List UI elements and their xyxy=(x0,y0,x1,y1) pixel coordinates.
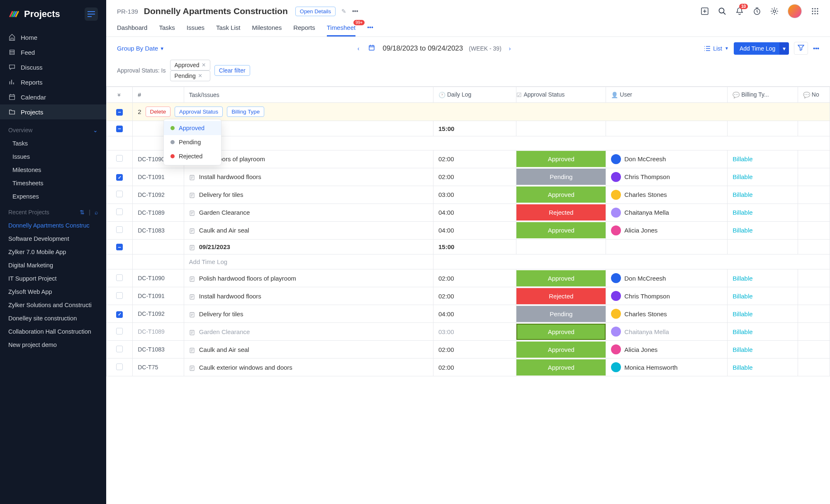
row-checkbox[interactable] xyxy=(116,208,123,215)
more-tabs[interactable]: ••• xyxy=(367,22,373,36)
open-details-button[interactable]: Open Details xyxy=(295,7,336,16)
status-cell[interactable]: Approved xyxy=(516,150,606,168)
user-cell[interactable]: Chris Thompson xyxy=(606,168,728,186)
user-cell[interactable]: Charles Stones xyxy=(606,186,728,204)
add-time-log-split[interactable]: ▾ xyxy=(779,42,789,55)
remove-chip-icon[interactable]: × xyxy=(198,73,202,79)
nav-projects[interactable]: Projects xyxy=(0,104,106,119)
status-cell[interactable]: Approved xyxy=(516,186,606,204)
more-options-icon[interactable]: ••• xyxy=(813,45,819,52)
col-billing[interactable]: 💬Billing Ty... xyxy=(728,87,798,103)
nav-reports[interactable]: Reports xyxy=(0,75,106,90)
row-checkbox[interactable] xyxy=(116,174,123,181)
billing-cell[interactable]: Billable xyxy=(728,323,798,341)
row-checkbox[interactable] xyxy=(116,226,123,233)
task-cell[interactable]: Caulk and Air seal xyxy=(184,221,433,239)
status-cell[interactable]: Approved xyxy=(516,359,606,376)
delete-button[interactable]: Delete xyxy=(146,107,171,117)
dropdown-option-approved[interactable]: Approved xyxy=(164,121,221,135)
tab-milestones[interactable]: Milestones xyxy=(252,22,282,36)
overview-milestones[interactable]: Milestones xyxy=(0,163,106,177)
recent-project-item[interactable]: New project demo xyxy=(0,338,106,351)
filter-button[interactable] xyxy=(794,42,808,55)
edit-icon[interactable]: ✎ xyxy=(341,8,346,15)
row-checkbox[interactable] xyxy=(116,292,123,299)
overview-issues[interactable]: Issues xyxy=(0,150,106,163)
billing-cell[interactable]: Billable xyxy=(728,221,798,239)
col-number[interactable]: # xyxy=(133,87,184,103)
row-checkbox[interactable] xyxy=(116,328,123,334)
clear-filter-button[interactable]: Clear filter xyxy=(214,65,250,76)
nav-discuss[interactable]: Discuss xyxy=(0,60,106,75)
col-task[interactable]: Task/Issues xyxy=(184,87,433,103)
billing-type-button[interactable]: Billing Type xyxy=(227,107,264,117)
status-cell[interactable]: Rejected xyxy=(516,287,606,305)
task-cell[interactable]: Delivery for tiles xyxy=(184,305,433,323)
row-checkbox[interactable] xyxy=(116,311,123,318)
recent-project-item[interactable]: Software Development xyxy=(0,232,106,245)
task-cell[interactable]: Polish hardwood floors of playroom xyxy=(184,269,433,287)
add-time-log-button[interactable]: Add Time Log xyxy=(734,42,781,55)
status-cell[interactable]: Pending xyxy=(516,168,606,186)
more-icon[interactable]: ••• xyxy=(352,8,358,15)
billing-cell[interactable]: Billable xyxy=(728,204,798,221)
recent-project-item[interactable]: IT Support Project xyxy=(0,272,106,285)
row-checkbox[interactable] xyxy=(116,274,123,281)
dropdown-option-pending[interactable]: Pending xyxy=(164,135,221,149)
view-toggle[interactable]: List ▼ xyxy=(704,45,729,52)
recent-project-item[interactable]: Zylker 7.0 Mobile App xyxy=(0,245,106,259)
billing-cell[interactable]: Billable xyxy=(728,359,798,376)
recent-project-item[interactable]: Donnelly Apartments Construc xyxy=(0,219,106,232)
user-cell[interactable]: Charles Stones xyxy=(606,305,728,323)
user-cell[interactable]: Chris Thompson xyxy=(606,287,728,305)
status-cell[interactable]: Pending xyxy=(516,305,606,323)
col-daily-log[interactable]: 🕐Daily Log xyxy=(433,87,516,103)
recent-project-item[interactable]: Zylker Solutions and Constructi xyxy=(0,298,106,312)
recent-project-item[interactable]: Digital Marketing xyxy=(0,259,106,272)
col-notes[interactable]: 💬No xyxy=(798,87,830,103)
task-cell[interactable]: Install hardwood floors xyxy=(184,287,433,305)
recent-project-item[interactable]: Zylsoft Web App xyxy=(0,285,106,298)
prev-week-button[interactable]: ‹ xyxy=(356,44,361,53)
collapse-group-button[interactable] xyxy=(116,244,123,250)
nav-calendar[interactable]: Calendar xyxy=(0,90,106,104)
filter-icon[interactable]: ⇅ xyxy=(80,209,85,216)
col-approval[interactable]: ☑Approval Status xyxy=(516,87,606,103)
billing-cell[interactable]: Billable xyxy=(728,305,798,323)
user-cell[interactable]: Chaitanya Mella xyxy=(606,323,728,341)
row-checkbox[interactable] xyxy=(116,346,123,352)
task-cell[interactable]: Caulk and Air seal xyxy=(184,341,433,359)
menu-toggle[interactable] xyxy=(85,7,98,21)
calendar-picker-button[interactable] xyxy=(367,43,377,54)
search-icon[interactable]: ⌕ xyxy=(95,209,98,216)
expand-all-header[interactable]: » xyxy=(107,87,133,103)
overview-heading[interactable]: Overview ⌄ xyxy=(0,121,106,137)
timer-icon[interactable] xyxy=(753,7,761,15)
status-cell[interactable]: Approved xyxy=(516,269,606,287)
user-avatar[interactable] xyxy=(788,4,802,18)
billing-cell[interactable]: Billable xyxy=(728,341,798,359)
group-by-dropdown[interactable]: Group By Date ▼ xyxy=(117,45,164,52)
user-cell[interactable]: Chaitanya Mella xyxy=(606,204,728,221)
overview-expenses[interactable]: Expenses xyxy=(0,190,106,203)
status-cell[interactable]: Approved xyxy=(516,341,606,359)
user-cell[interactable]: Don McCreesh xyxy=(606,150,728,168)
billing-cell[interactable]: Billable xyxy=(728,269,798,287)
tab-issues[interactable]: Issues xyxy=(187,22,204,36)
remove-chip-icon[interactable]: × xyxy=(202,62,205,68)
add-log-row[interactable]: Add Time Log xyxy=(107,254,830,269)
next-week-button[interactable]: › xyxy=(507,44,513,53)
user-cell[interactable]: Alicia Jones xyxy=(606,221,728,239)
overview-timesheets[interactable]: Timesheets xyxy=(0,177,106,190)
billing-cell[interactable]: Billable xyxy=(728,150,798,168)
billing-cell[interactable]: Billable xyxy=(728,186,798,204)
tab-tasks[interactable]: Tasks xyxy=(159,22,175,36)
recent-project-item[interactable]: Collaboration Hall Construction xyxy=(0,325,106,338)
row-checkbox[interactable] xyxy=(116,155,123,162)
gear-icon[interactable] xyxy=(770,7,779,15)
task-cell[interactable]: Garden Clearance xyxy=(184,204,433,221)
tab-dashboard[interactable]: Dashboard xyxy=(117,22,147,36)
collapse-group-button[interactable] xyxy=(116,126,123,132)
tab-timesheet[interactable]: Timesheet99+ xyxy=(327,22,355,36)
dropdown-option-rejected[interactable]: Rejected xyxy=(164,149,221,163)
